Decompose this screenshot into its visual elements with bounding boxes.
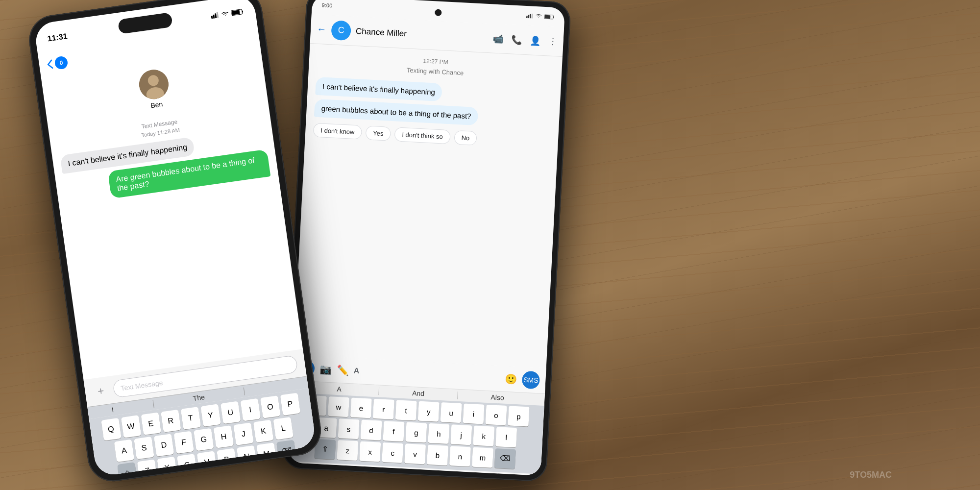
watermark: 9TO5MAC [850,470,892,480]
android-received-2: green bubbles about to be a thing of the… [314,99,479,125]
android-key-o[interactable]: o [485,405,507,425]
key-r[interactable]: R [161,410,181,433]
android-key-i[interactable]: i [463,403,485,424]
android-key-k[interactable]: k [473,426,494,446]
android-keyboard: q w e r t y u i o p a s d f g h [288,392,544,474]
android-key-v[interactable]: v [404,443,426,464]
predict-1[interactable]: I [111,406,114,414]
key-u[interactable]: U [220,401,240,424]
android-device: 9:00 [282,0,571,482]
iphone-time: 11:31 [47,31,68,43]
contact-name: Ben [150,100,163,109]
key-s[interactable]: S [134,437,154,460]
android-key-d[interactable]: d [361,420,382,441]
contact-avatar [137,68,171,101]
android-key-u[interactable]: u [441,402,462,423]
svg-rect-2 [215,13,217,18]
android-key-h[interactable]: h [428,423,449,444]
wifi-icon [221,10,230,17]
key-g[interactable]: G [194,428,214,451]
smart-reply-4[interactable]: No [454,130,477,146]
svg-rect-15 [553,16,554,18]
video-call-icon[interactable]: 📹 [492,33,504,44]
key-a[interactable]: A [114,440,134,463]
android-signal-icon [526,13,534,19]
signal-icon [211,12,220,19]
android-back-button[interactable]: ← [317,24,327,35]
android-key-x[interactable]: x [359,441,381,462]
iphone-plus-button[interactable]: + [92,382,110,400]
key-h[interactable]: H [214,425,234,448]
predict-3[interactable] [283,382,284,390]
key-k[interactable]: K [253,420,273,443]
android-key-s[interactable]: s [338,418,360,439]
key-d[interactable]: D [154,434,174,457]
android-key-g[interactable]: g [405,422,427,442]
key-w[interactable]: W [121,415,141,438]
android-key-delete[interactable]: ⌫ [494,448,516,469]
android-screen: 9:00 [288,0,565,476]
android-key-p[interactable]: p [508,406,529,426]
android-wifi-icon [535,14,542,19]
text-toolbar-icon[interactable]: A [353,367,359,376]
smart-reply-2[interactable]: Yes [366,125,392,141]
svg-rect-10 [526,16,528,18]
key-l[interactable]: L [273,417,293,440]
key-shift[interactable]: ⇧ [117,462,137,477]
key-t[interactable]: T [180,407,200,430]
camera-toolbar-icon[interactable]: 📷 [319,363,332,375]
android-key-j[interactable]: j [450,424,472,445]
key-p[interactable]: P [280,393,300,416]
emoji-icon[interactable]: 🙂 [505,373,517,385]
iphone-messages-area: Text Message Today 11:28 AM I can't beli… [49,100,303,380]
android-key-c[interactable]: c [382,442,403,463]
android-contact-avatar: C [331,20,351,41]
svg-rect-6 [232,10,240,15]
key-i[interactable]: I [240,398,260,421]
android-status-icons [526,13,555,20]
key-y[interactable]: Y [200,404,220,427]
back-button[interactable]: 0 [46,55,68,71]
android-key-r[interactable]: r [373,399,394,419]
input-placeholder: Text Message [121,379,164,392]
svg-rect-16 [544,15,550,19]
pencil-toolbar-icon[interactable]: ✏️ [336,364,349,376]
key-e[interactable]: E [141,413,161,436]
android-key-z[interactable]: z [337,440,358,461]
android-contact-name: Chance Miller [356,26,489,43]
more-options-icon[interactable]: ⋮ [548,36,558,47]
predict-2[interactable]: The [193,393,205,402]
android-key-l[interactable]: l [495,427,517,447]
key-o[interactable]: O [260,395,280,418]
input-spacer [364,371,500,379]
key-j[interactable]: J [233,422,253,445]
android-time: 9:00 [322,2,333,8]
android-received-1: I can't believe it's finally happening [315,77,442,101]
svg-rect-12 [530,14,531,18]
add-person-icon[interactable]: 👤 [530,35,541,46]
android-key-b[interactable]: b [427,445,448,466]
android-input-area: + 📷 ✏️ A 🙂 SMS A And Also [288,355,546,476]
key-z[interactable]: Z [137,459,157,477]
svg-rect-13 [531,14,533,19]
android-key-f[interactable]: f [383,421,404,441]
key-q[interactable]: Q [101,418,121,441]
send-icon: SMS [523,376,539,385]
android-send-button[interactable]: SMS [521,371,540,390]
phone-icon[interactable]: 📞 [511,34,522,45]
android-key-m[interactable]: m [472,447,493,468]
key-f[interactable]: F [173,431,194,454]
divider [152,400,154,408]
smart-reply-3[interactable]: I don't think so [394,127,451,144]
android-key-e[interactable]: e [350,397,372,418]
avatar-image [137,68,171,101]
android-header-icons: 📹 📞 👤 ⋮ [492,33,558,47]
svg-rect-3 [217,12,219,18]
svg-rect-0 [211,16,213,19]
android-key-t[interactable]: t [395,400,417,420]
back-chevron-icon [47,59,54,70]
smart-reply-1[interactable]: I don't know [313,123,362,140]
android-key-n[interactable]: n [449,446,471,466]
android-key-y[interactable]: y [418,401,440,422]
android-key-w[interactable]: w [328,396,349,417]
